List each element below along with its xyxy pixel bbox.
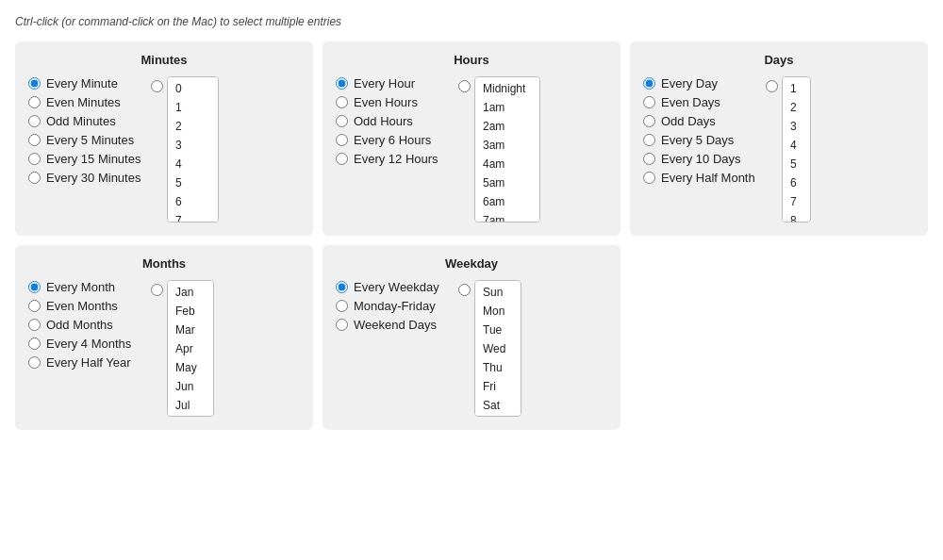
- days-list-item-3[interactable]: 4: [786, 136, 806, 155]
- months-option-4[interactable]: Every Half Year: [28, 355, 141, 370]
- minutes-option-2[interactable]: Odd Minutes: [28, 114, 141, 128]
- months-option-1[interactable]: Even Months: [28, 299, 141, 313]
- months-radio-3[interactable]: [28, 338, 41, 350]
- weekday-list-item-0[interactable]: Sun: [479, 283, 517, 302]
- hours-list-item-5[interactable]: 5am: [479, 173, 536, 192]
- months-listbox[interactable]: JanFebMarAprMayJunJulAugSepOct: [167, 280, 214, 417]
- minutes-list-item-6[interactable]: 6: [172, 192, 214, 211]
- weekday-listbox[interactable]: SunMonTueWedThuFriSat: [474, 280, 521, 417]
- weekday-radio-0[interactable]: [336, 281, 348, 293]
- days-option-4[interactable]: Every 10 Days: [643, 152, 756, 166]
- days-option-0[interactable]: Every Day: [643, 76, 756, 91]
- days-radio-3[interactable]: [643, 134, 655, 146]
- months-list-item-3[interactable]: Apr: [172, 339, 209, 358]
- days-list-item-5[interactable]: 6: [786, 173, 806, 192]
- weekday-list-item-5[interactable]: Fri: [479, 377, 517, 396]
- months-radio-4[interactable]: [28, 356, 41, 369]
- hours-radio-0[interactable]: [336, 77, 348, 90]
- days-list-item-0[interactable]: 1: [786, 79, 806, 98]
- minutes-list-item-5[interactable]: 5: [172, 173, 214, 192]
- hours-list-radio-wrapper[interactable]: [458, 80, 471, 95]
- days-radio-2[interactable]: [643, 115, 655, 127]
- months-radio-1[interactable]: [28, 300, 41, 312]
- minutes-radio-3[interactable]: [28, 134, 41, 146]
- minutes-radio-5[interactable]: [28, 172, 41, 184]
- weekday-list-radio-wrapper[interactable]: [458, 284, 471, 299]
- hours-option-0[interactable]: Every Hour: [336, 76, 449, 91]
- minutes-list-item-0[interactable]: 0: [172, 79, 214, 98]
- minutes-radio-1[interactable]: [28, 96, 41, 108]
- days-radio-1[interactable]: [643, 96, 655, 108]
- weekday-option-0[interactable]: Every Weekday: [336, 280, 449, 294]
- months-list-item-0[interactable]: Jan: [172, 283, 209, 302]
- days-list-item-2[interactable]: 3: [786, 117, 806, 136]
- minutes-list-item-1[interactable]: 1: [172, 98, 214, 117]
- days-radio-5[interactable]: [643, 172, 655, 184]
- months-list-radio[interactable]: [151, 284, 163, 296]
- minutes-list-item-2[interactable]: 2: [172, 117, 214, 136]
- months-list-item-7[interactable]: Aug: [172, 415, 209, 417]
- days-radio-0[interactable]: [643, 77, 655, 90]
- minutes-list-radio[interactable]: [151, 80, 163, 92]
- minutes-list-item-3[interactable]: 3: [172, 136, 214, 155]
- hours-option-1[interactable]: Even Hours: [336, 95, 449, 109]
- weekday-list-item-1[interactable]: Mon: [479, 302, 517, 321]
- hours-list-item-2[interactable]: 2am: [479, 117, 536, 136]
- months-list-item-4[interactable]: May: [172, 358, 209, 377]
- days-list-item-6[interactable]: 7: [786, 192, 806, 211]
- days-option-5[interactable]: Every Half Month: [643, 171, 756, 185]
- months-list-item-5[interactable]: Jun: [172, 377, 209, 396]
- minutes-option-4[interactable]: Every 15 Minutes: [28, 152, 141, 166]
- hours-radio-4[interactable]: [336, 153, 348, 165]
- minutes-option-3[interactable]: Every 5 Minutes: [28, 133, 141, 147]
- hours-option-3[interactable]: Every 6 Hours: [336, 133, 449, 147]
- days-list-radio-wrapper[interactable]: [766, 80, 778, 95]
- hours-list-item-6[interactable]: 6am: [479, 192, 536, 211]
- days-radio-4[interactable]: [643, 153, 655, 165]
- days-option-2[interactable]: Odd Days: [643, 114, 756, 128]
- minutes-option-5[interactable]: Every 30 Minutes: [28, 171, 141, 185]
- minutes-radio-4[interactable]: [28, 153, 41, 165]
- months-option-3[interactable]: Every 4 Months: [28, 337, 141, 351]
- weekday-option-2[interactable]: Weekend Days: [336, 318, 449, 332]
- weekday-list-item-4[interactable]: Thu: [479, 358, 517, 377]
- weekday-radio-1[interactable]: [336, 300, 348, 312]
- hours-list-item-0[interactable]: Midnight: [479, 79, 536, 98]
- weekday-list-item-6[interactable]: Sat: [479, 396, 517, 415]
- months-list-item-1[interactable]: Feb: [172, 302, 209, 321]
- days-option-1[interactable]: Even Days: [643, 95, 756, 109]
- minutes-option-1[interactable]: Even Minutes: [28, 95, 141, 109]
- hours-radio-2[interactable]: [336, 115, 348, 127]
- months-option-2[interactable]: Odd Months: [28, 318, 141, 332]
- minutes-list-item-7[interactable]: 7: [172, 211, 214, 222]
- months-radio-2[interactable]: [28, 319, 41, 331]
- weekday-list-item-2[interactable]: Tue: [479, 321, 517, 339]
- months-option-0[interactable]: Every Month: [28, 280, 141, 294]
- minutes-list-item-4[interactable]: 4: [172, 155, 214, 173]
- hours-option-4[interactable]: Every 12 Hours: [336, 152, 449, 166]
- hours-list-item-1[interactable]: 1am: [479, 98, 536, 117]
- months-radio-0[interactable]: [28, 281, 41, 293]
- weekday-radio-2[interactable]: [336, 319, 348, 331]
- weekday-list-item-3[interactable]: Wed: [479, 339, 517, 358]
- weekday-option-1[interactable]: Monday-Friday: [336, 299, 449, 313]
- weekday-list-radio[interactable]: [458, 284, 471, 296]
- minutes-list-radio-wrapper[interactable]: [151, 80, 163, 95]
- hours-radio-3[interactable]: [336, 134, 348, 146]
- months-list-item-2[interactable]: Mar: [172, 321, 209, 339]
- days-list-item-1[interactable]: 2: [786, 98, 806, 117]
- months-list-item-6[interactable]: Jul: [172, 396, 209, 415]
- days-list-radio[interactable]: [766, 80, 778, 92]
- hours-option-2[interactable]: Odd Hours: [336, 114, 449, 128]
- hours-listbox[interactable]: Midnight1am2am3am4am5am6am7am8am9am: [474, 76, 540, 222]
- hours-list-item-3[interactable]: 3am: [479, 136, 536, 155]
- hours-list-item-7[interactable]: 7am: [479, 211, 536, 222]
- days-list-item-4[interactable]: 5: [786, 155, 806, 173]
- hours-list-item-4[interactable]: 4am: [479, 155, 536, 173]
- minutes-radio-2[interactable]: [28, 115, 41, 127]
- minutes-listbox[interactable]: 0123456789: [167, 76, 219, 222]
- months-list-radio-wrapper[interactable]: [151, 284, 163, 299]
- hours-radio-1[interactable]: [336, 96, 348, 108]
- minutes-radio-0[interactable]: [28, 77, 41, 90]
- hours-list-radio[interactable]: [458, 80, 471, 92]
